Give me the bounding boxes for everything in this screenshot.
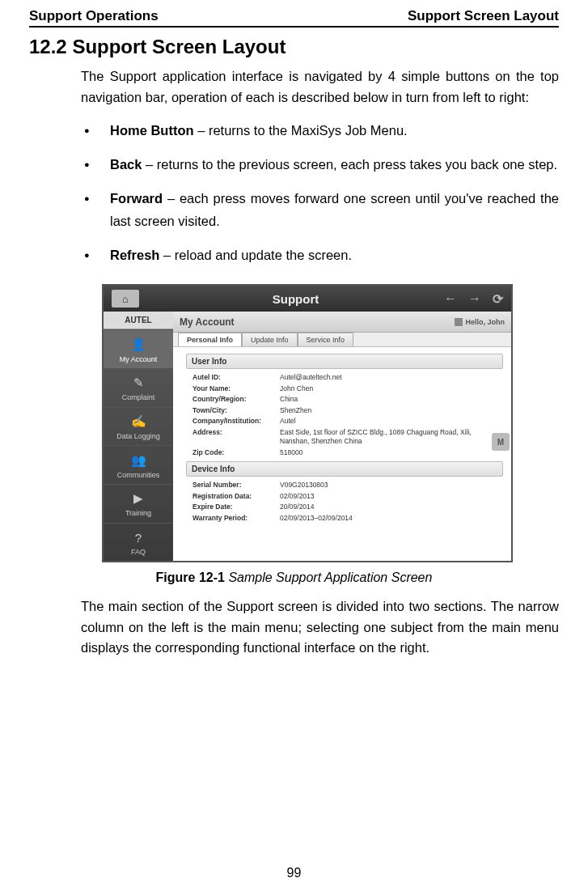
ui-body: AUTEL 👤 My Account ✎ Complaint ✍ Data Lo… xyxy=(104,312,511,561)
list-item: Refresh – reload and update the screen. xyxy=(81,244,559,266)
faq-icon: ? xyxy=(129,528,148,546)
training-icon: ▶ xyxy=(129,490,148,507)
field-label: Zip Code: xyxy=(189,448,277,458)
sidebar-item-communities[interactable]: 👥 Communities xyxy=(104,445,173,484)
home-button[interactable]: ⌂ xyxy=(112,290,139,308)
intro-paragraph: The Support application interface is nav… xyxy=(81,66,559,108)
field-label: Country/Region: xyxy=(189,394,277,405)
field-value: V09G20130803 xyxy=(277,480,356,490)
sidebar-item-my-account[interactable]: 👤 My Account xyxy=(104,329,173,368)
term: Back xyxy=(110,157,142,172)
content-subheader: My Account Hello, John xyxy=(173,312,511,333)
field-value: 20/09/2014 xyxy=(277,502,356,512)
user-greeting: Hello, John xyxy=(455,318,505,326)
table-row: Country/Region:China xyxy=(189,394,503,405)
forward-icon[interactable]: → xyxy=(468,291,481,307)
field-label: Warranty Period: xyxy=(189,513,277,524)
sidebar-item-label: Complaint xyxy=(122,393,155,401)
outro-paragraph: The main section of the Support screen i… xyxy=(81,596,559,659)
tab-service-info[interactable]: Service Info xyxy=(298,333,354,346)
field-value: John Chen xyxy=(277,384,503,394)
tab-personal-info[interactable]: Personal Info xyxy=(178,333,242,346)
rest: – reload and update the screen. xyxy=(159,248,352,262)
table-row: Zip Code:518000 xyxy=(189,448,503,458)
brand-logo: AUTEL xyxy=(104,312,173,329)
person-icon: 👤 xyxy=(129,336,148,354)
field-label: Town/City: xyxy=(189,405,277,416)
caption-italic: Sample Support Application Screen xyxy=(225,571,432,584)
field-label: Serial Number: xyxy=(189,480,277,490)
table-row: Expire Date:20/09/2014 xyxy=(189,502,356,512)
list-item: Home Button – returns to the MaxiSys Job… xyxy=(81,119,559,142)
figure-screenshot: ⌂ Support ← → ⟳ AUTEL 👤 My Account ✎ Com… xyxy=(102,284,513,562)
sidebar-item-data-logging[interactable]: ✍ Data Logging xyxy=(104,407,173,446)
user-info-table: Autel ID:Autel@auteltech.net Your Name:J… xyxy=(189,372,503,458)
sidebar-item-label: My Account xyxy=(120,355,158,363)
feature-list: Home Button – returns to the MaxiSys Job… xyxy=(81,119,559,266)
term: Refresh xyxy=(110,248,159,262)
float-badge[interactable]: M xyxy=(492,433,510,451)
field-label: Company/Institution: xyxy=(189,416,277,426)
sidebar-item-label: FAQ xyxy=(131,548,146,556)
rest: – each press moves forward one screen un… xyxy=(110,191,559,228)
table-row: Address:East Side, 1st floor of SZICC Bl… xyxy=(189,427,503,448)
field-value: East Side, 1st floor of SZICC Bldg., 108… xyxy=(277,427,503,448)
ui-topbar: ⌂ Support ← → ⟳ xyxy=(104,286,511,312)
figure-caption: Figure 12-1 Sample Support Application S… xyxy=(29,571,559,585)
sidebar-item-label: Training xyxy=(125,509,151,517)
tab-update-info[interactable]: Update Info xyxy=(242,333,298,346)
field-value: ShenZhen xyxy=(277,405,503,416)
home-icon: ⌂ xyxy=(122,293,129,305)
term: Home Button xyxy=(110,123,194,138)
field-value: Autel@auteltech.net xyxy=(277,372,503,383)
sidebar-item-label: Communities xyxy=(117,471,160,479)
caption-bold: Figure 12-1 xyxy=(156,571,225,584)
section-heading: 12.2 Support Screen Layout xyxy=(29,36,559,58)
user-icon xyxy=(455,318,463,326)
table-row: Autel ID:Autel@auteltech.net xyxy=(189,372,503,383)
sidebar-item-label: Data Logging xyxy=(116,432,160,440)
rest: – returns to the previous screen, each p… xyxy=(142,157,557,172)
topbar-title: Support xyxy=(147,292,444,306)
field-value: 02/09/2013 xyxy=(277,491,356,502)
field-label: Address: xyxy=(189,427,277,448)
device-info-header: Device Info xyxy=(186,461,503,477)
list-item: Forward – each press moves forward one s… xyxy=(81,187,559,232)
sidebar-item-faq[interactable]: ? FAQ xyxy=(104,523,173,562)
greeting-text: Hello, John xyxy=(465,318,505,326)
table-row: Town/City:ShenZhen xyxy=(189,405,503,416)
list-item: Back – returns to the previous screen, e… xyxy=(81,153,559,176)
field-label: Registration Data: xyxy=(189,491,277,502)
communities-icon: 👥 xyxy=(129,452,148,469)
term: Forward xyxy=(110,191,163,206)
brand-text: AUTEL xyxy=(125,316,151,324)
complaint-icon: ✎ xyxy=(129,374,148,392)
sidebar: AUTEL 👤 My Account ✎ Complaint ✍ Data Lo… xyxy=(104,312,173,561)
tabs: Personal Info Update Info Service Info xyxy=(173,333,511,347)
table-row: Serial Number:V09G20130803 xyxy=(189,480,356,490)
table-row: Registration Data:02/09/2013 xyxy=(189,491,356,502)
content-pane: My Account Hello, John Personal Info Upd… xyxy=(173,312,511,561)
field-label: Expire Date: xyxy=(189,502,277,512)
rest: – returns to the MaxiSys Job Menu. xyxy=(194,123,408,138)
back-icon[interactable]: ← xyxy=(444,291,457,307)
header-right: Support Screen Layout xyxy=(408,8,559,24)
table-row: Warranty Period:02/09/2013–02/09/2014 xyxy=(189,513,356,524)
field-value: China xyxy=(277,394,503,405)
refresh-icon[interactable]: ⟳ xyxy=(493,291,503,307)
field-value: Autel xyxy=(277,416,503,426)
table-row: Your Name:John Chen xyxy=(189,384,503,394)
field-value: 518000 xyxy=(277,448,503,458)
page-number: 99 xyxy=(0,866,588,880)
panel: User Info Autel ID:Autel@auteltech.net Y… xyxy=(173,347,511,528)
data-logging-icon: ✍ xyxy=(129,413,148,431)
field-label: Your Name: xyxy=(189,384,277,394)
page-header: Support Operations Support Screen Layout xyxy=(29,8,559,28)
header-left: Support Operations xyxy=(29,8,159,24)
device-info-table: Serial Number:V09G20130803 Registration … xyxy=(189,480,356,524)
sidebar-item-complaint[interactable]: ✎ Complaint xyxy=(104,368,173,407)
topbar-nav: ← → ⟳ xyxy=(444,291,511,307)
subheader-title: My Account xyxy=(180,316,235,328)
sidebar-item-training[interactable]: ▶ Training xyxy=(104,484,173,523)
field-label: Autel ID: xyxy=(189,372,277,383)
